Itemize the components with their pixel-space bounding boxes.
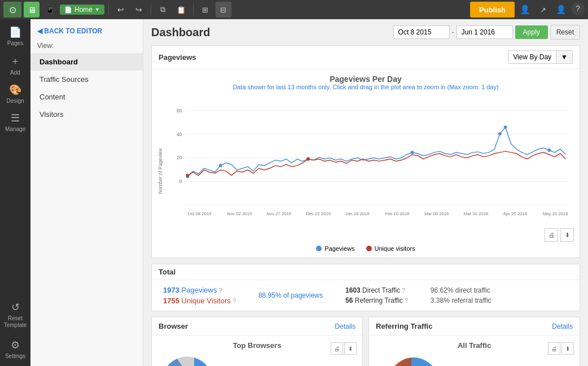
chart-actions: 🖨 ⬇ xyxy=(545,228,574,242)
sidebar-item-reset[interactable]: ↺ Reset Template xyxy=(3,298,28,332)
back-to-editor-link[interactable]: ◀ BACK TO EDITOR xyxy=(30,24,143,38)
help-icon[interactable]: ? xyxy=(571,2,585,15)
date-start-input[interactable] xyxy=(393,25,450,39)
home-tab[interactable]: 📄 Home ▼ xyxy=(60,5,104,15)
chart-subtitle: Data shown for last 13 months only. Clic… xyxy=(157,84,574,90)
nav-item-visitors[interactable]: Visitors xyxy=(30,106,143,123)
pageviews-section: Pageviews View By Day ▼ Pageviews Per Da… xyxy=(151,45,580,258)
reset-icon: ↺ xyxy=(11,301,20,313)
sidebar-item-add[interactable]: ＋ Add xyxy=(3,51,28,79)
sep3 xyxy=(193,4,194,15)
external-icon[interactable]: ↗ xyxy=(535,2,551,18)
referring-content: All Traffic 🖨 ⬇ xyxy=(369,336,580,366)
svg-point-23 xyxy=(411,151,414,154)
sep2 xyxy=(151,4,151,15)
referring-header: Referring Traffic Details xyxy=(369,317,580,336)
sidebar-item-manage[interactable]: ☰ Manage xyxy=(3,108,28,136)
browser-pie-chart xyxy=(157,352,231,366)
referring-title: Referring Traffic xyxy=(376,322,432,330)
grid-icon[interactable]: ⊞ xyxy=(198,2,213,18)
pageviews-title: Pageviews xyxy=(159,53,196,62)
pageviews-header: Pageviews View By Day ▼ xyxy=(152,46,580,69)
svg-point-27 xyxy=(186,174,189,177)
pageviews-chart: Number of Pageview 60 40 20 0 Oct 08 xyxy=(157,95,574,242)
page-title: Dashboard xyxy=(151,26,210,39)
svg-text:Apr 25 2016: Apr 25 2016 xyxy=(503,211,527,216)
download-chart-button[interactable]: ⬇ xyxy=(560,228,574,242)
pageviews-help-icon[interactable]: ? xyxy=(219,287,222,294)
print-browser-button[interactable]: 🖨 xyxy=(331,342,343,355)
paste-icon[interactable]: 📋 xyxy=(173,2,189,18)
apply-button[interactable]: Apply xyxy=(515,25,548,39)
dashboard-header: Dashboard - Apply Reset xyxy=(151,25,580,40)
settings-icon: ⚙ xyxy=(11,339,20,351)
download-browser-button[interactable]: ⬇ xyxy=(344,342,357,355)
total-pageviews: 1973 Pageviews ? xyxy=(163,286,236,294)
svg-text:May 20 2016: May 20 2016 xyxy=(543,211,568,216)
desktop-icon[interactable]: 🖥 xyxy=(24,2,40,18)
download-referring-button[interactable]: ⬇ xyxy=(561,342,574,355)
svg-text:Oct 08 2015: Oct 08 2015 xyxy=(187,211,211,216)
sep1 xyxy=(108,4,109,15)
nav-item-dashboard[interactable]: Dashboard xyxy=(30,53,143,71)
svg-text:Jan 16 2016: Jan 16 2016 xyxy=(345,211,370,216)
print-chart-button[interactable]: 🖨 xyxy=(545,228,558,242)
referring-section: Referring Traffic Details All Traffic 🖨 … xyxy=(368,317,580,366)
browser-content: Top Browsers 🖨 ⬇ xyxy=(152,336,362,366)
browser-pie-wrap: Top Browsers 🖨 ⬇ xyxy=(157,341,357,366)
design-icon: 🎨 xyxy=(9,84,21,96)
browser-title: Browser xyxy=(159,322,188,330)
mobile-icon[interactable]: 📱 xyxy=(42,2,58,18)
toolbar-right-icons: 👤 ↗ 👤 ? xyxy=(517,2,585,18)
manage-icon: ☰ xyxy=(11,112,20,124)
toolbar: ⊙ 🖥 📱 📄 Home ▼ ↩ ↪ ⧉ 📋 ⊞ ⊟ Publish 👤 ↗ 👤… xyxy=(0,0,588,19)
svg-text:Number of Pageview: Number of Pageview xyxy=(157,148,163,194)
user-icon[interactable]: 👤 xyxy=(553,2,569,18)
direct-traffic: 1603 Direct Traffic ? xyxy=(345,286,408,294)
total-content: 1973 Pageviews ? 1755 Unique Visitors ? … xyxy=(152,280,580,311)
direct-pct: 96.62% direct traffic xyxy=(431,286,492,294)
referring-help-icon[interactable]: ? xyxy=(405,298,408,304)
chart-legend: Pageviews Unique visitors xyxy=(157,245,574,252)
referring-labels: Search Engines Other Referral Sites xyxy=(454,352,515,366)
main-area: 📄 Pages ＋ Add 🎨 Design ☰ Manage ↺ Reset … xyxy=(0,19,588,366)
sidebar-item-settings[interactable]: ⚙ Settings xyxy=(3,336,28,363)
svg-text:Mar 06 2016: Mar 06 2016 xyxy=(424,211,449,216)
print-referring-button[interactable]: 🖨 xyxy=(548,342,560,355)
svg-point-28 xyxy=(306,158,310,161)
profile-icon[interactable]: 👤 xyxy=(517,2,533,18)
reset-button[interactable]: Reset xyxy=(550,25,580,40)
total-right: 1603 Direct Traffic ? 56 Referring Traff… xyxy=(345,286,408,304)
nav-item-traffic-sources[interactable]: Traffic Sources xyxy=(30,71,143,88)
browser-details-link[interactable]: Details xyxy=(335,323,356,330)
referring-chart-title: All Traffic xyxy=(375,341,574,350)
undo-icon[interactable]: ↩ xyxy=(113,2,129,18)
redo-icon[interactable]: ↪ xyxy=(131,2,147,18)
home-app-icon[interactable]: ⊙ xyxy=(3,2,21,18)
sidebar-item-design[interactable]: 🎨 Design xyxy=(3,80,28,107)
browser-pie-area: Other Chrome 23 Msie 7.0 xyxy=(157,352,357,366)
svg-text:Dec 22 2015: Dec 22 2015 xyxy=(306,211,331,216)
referral-pct: 3.38% referral traffic xyxy=(431,297,492,304)
bottom-grid: Browser Details Top Browsers 🖨 ⬇ xyxy=(151,317,580,366)
referring-traffic: 56 Referring Traffic ? xyxy=(345,297,408,304)
svg-point-26 xyxy=(547,149,551,152)
copy-icon[interactable]: ⧉ xyxy=(155,2,171,18)
left-sidebar: 📄 Pages ＋ Add 🎨 Design ☰ Manage ↺ Reset … xyxy=(0,19,30,366)
view-by-select[interactable]: View By Day ▼ xyxy=(508,50,573,64)
referring-details-link[interactable]: Details xyxy=(552,323,573,330)
visitors-help-icon[interactable]: ? xyxy=(232,298,236,304)
svg-text:Nov 02 2015: Nov 02 2015 xyxy=(227,211,252,216)
chart-wrap: Number of Pageview 60 40 20 0 Oct 08 xyxy=(157,95,574,242)
direct-help-icon[interactable]: ? xyxy=(402,287,406,294)
svg-point-24 xyxy=(498,132,502,136)
browser-chart-title: Top Browsers xyxy=(157,341,357,350)
publish-button[interactable]: Publish xyxy=(470,2,515,18)
svg-point-25 xyxy=(504,125,507,129)
browser-section: Browser Details Top Browsers 🖨 ⬇ xyxy=(151,317,363,366)
layout-icon[interactable]: ⊟ xyxy=(216,2,231,18)
sidebar-item-pages[interactable]: 📄 Pages xyxy=(3,23,28,50)
date-end-input[interactable] xyxy=(457,25,513,39)
nav-item-content[interactable]: Content xyxy=(30,88,143,106)
referring-pie-chart xyxy=(375,352,448,366)
